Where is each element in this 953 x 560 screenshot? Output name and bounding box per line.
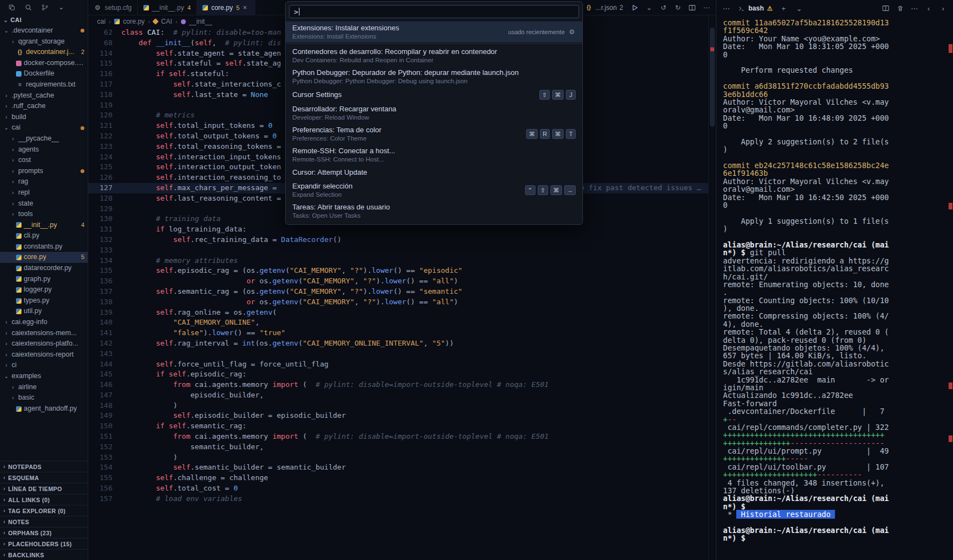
tree-item-core-py[interactable]: core.py5: [0, 252, 88, 263]
chevron-down-icon[interactable]: ⌄: [645, 4, 653, 12]
line-number[interactable]: 139: [88, 308, 121, 318]
tree-item-devcontainer[interactable]: ⌄.devcontainer: [0, 25, 88, 36]
tree-item-ci[interactable]: ›ci: [0, 360, 88, 371]
palette-item-4[interactable]: Cursor Settings⇧⌘J: [286, 87, 582, 103]
palette-item-2[interactable]: Contenedores de desarrollo: Recompilar y…: [286, 45, 582, 66]
nav-back-icon[interactable]: ↺: [660, 4, 667, 12]
line-number[interactable]: 144: [88, 359, 121, 370]
code-line-144[interactable]: 144 self.force_until_flag = force_until_…: [88, 359, 716, 370]
chevron-right-icon[interactable]: ›: [939, 4, 947, 13]
section-orphans-23[interactable]: ›ORPHANS (23): [0, 527, 88, 538]
close-icon[interactable]: ×: [243, 3, 249, 12]
section-esquema[interactable]: ›ESQUEMA: [0, 472, 88, 483]
code-line-138[interactable]: 138 or os.getenv("CAI_MEMORY", "?").lowe…: [88, 297, 716, 308]
tree-item-pycache[interactable]: ›__pycache__: [0, 133, 88, 144]
line-number[interactable]: 150: [88, 421, 121, 432]
line-number[interactable]: 116: [88, 69, 121, 79]
tree-item-requirements-txt[interactable]: ≡requirements.txt: [0, 79, 88, 90]
tree-item-prompts[interactable]: ›prompts: [0, 166, 88, 177]
tree-item-cai-egg-info[interactable]: ›cai.egg-info: [0, 317, 88, 328]
tree-item-airline[interactable]: ›airline: [0, 382, 88, 393]
line-number[interactable]: 146: [88, 380, 121, 390]
line-number[interactable]: 156: [88, 483, 121, 494]
code-line-146[interactable]: 146 from cai.agents.memory import ( # py…: [88, 380, 716, 390]
tab-core-py[interactable]: core.py5×: [197, 0, 255, 15]
palette-item-3[interactable]: Python Debugger: Depurador de Python: de…: [286, 66, 582, 87]
palette-item-6[interactable]: Preferencias: Tema de colorPreferences: …: [286, 123, 582, 144]
line-number[interactable]: 140: [88, 317, 121, 328]
tree-item-qgrant-storage[interactable]: ›qgrant_storage: [0, 36, 88, 47]
line-number[interactable]: 129: [88, 204, 121, 214]
line-number[interactable]: 137: [88, 287, 121, 297]
code-line-152[interactable]: 152 semantic_builder,: [88, 442, 716, 453]
section-tag-explorer-0[interactable]: ›TAG EXPLORER (0): [0, 505, 88, 516]
code-line-133[interactable]: 133: [88, 245, 716, 256]
line-number[interactable]: 130: [88, 214, 121, 224]
section-l-nea-de-tiempo[interactable]: ›LÍNEA DE TIEMPO: [0, 483, 88, 494]
split-icon[interactable]: [688, 4, 696, 12]
line-number[interactable]: 154: [88, 462, 121, 473]
palette-item-5[interactable]: Desarrollador: Recargar ventanaDeveloper…: [286, 103, 582, 123]
tree-item-rag[interactable]: ›rag: [0, 176, 88, 187]
scrollbar-thumb[interactable]: [710, 28, 715, 127]
tree-item-logger-py[interactable]: logger.py: [0, 284, 88, 295]
kill-terminal-icon[interactable]: [896, 4, 904, 13]
file-tree[interactable]: ⌄.devcontainer›qgrant_storage{}devcontai…: [0, 25, 88, 461]
tree-item-datarecorder-py[interactable]: datarecorder.py: [0, 263, 88, 274]
code-line-157[interactable]: 157 # load env variables: [88, 494, 716, 504]
code-line-150[interactable]: 150 if self.semantic_rag:: [88, 421, 716, 432]
tree-item-cost[interactable]: ›cost: [0, 155, 88, 166]
tree-item-agents[interactable]: ›agents: [0, 144, 88, 155]
search-icon[interactable]: [24, 3, 32, 11]
split-terminal-icon[interactable]: [881, 4, 890, 13]
line-number[interactable]: 119: [88, 100, 121, 111]
code-line-139[interactable]: 139 self.rag_online = os.getenv(: [88, 308, 716, 318]
code-line-149[interactable]: 149 self.episodic_builder = episodic_bui…: [88, 411, 716, 421]
line-number[interactable]: 128: [88, 193, 121, 204]
copy-icon[interactable]: [8, 3, 15, 11]
code-line-136[interactable]: 136 or os.getenv("CAI_MEMORY", "?").lowe…: [88, 276, 716, 287]
line-number[interactable]: 133: [88, 245, 121, 256]
gear-icon[interactable]: ⚙: [568, 28, 576, 36]
tree-item-devcontainer-j[interactable]: {}devcontainer.j...2: [0, 47, 88, 58]
tree-item-repl[interactable]: ›repl: [0, 187, 88, 198]
tab-r-json[interactable]: {}...r.json2: [581, 4, 628, 12]
tree-item-util-py[interactable]: util.py: [0, 306, 88, 317]
line-number[interactable]: 132: [88, 235, 121, 245]
line-number[interactable]: 155: [88, 473, 121, 483]
chevron-down-icon[interactable]: ⌄: [57, 3, 65, 11]
line-number[interactable]: 138: [88, 297, 121, 308]
line-number[interactable]: 115: [88, 58, 121, 69]
line-number[interactable]: 157: [88, 494, 121, 504]
line-number[interactable]: 152: [88, 442, 121, 453]
line-number[interactable]: 143: [88, 349, 121, 359]
section-notes[interactable]: ›NOTES: [0, 516, 88, 527]
tree-item-constants-py[interactable]: constants.py: [0, 241, 88, 252]
more-icon[interactable]: ⋯: [910, 4, 919, 13]
branch-icon[interactable]: [41, 3, 49, 11]
line-number[interactable]: 131: [88, 224, 121, 235]
tree-item-types-py[interactable]: types.py: [0, 295, 88, 306]
play-icon[interactable]: [631, 4, 639, 12]
line-number[interactable]: 148: [88, 401, 121, 411]
line-number[interactable]: 127: [88, 183, 121, 193]
section-all-links-0[interactable]: ›ALL LINKS (0): [0, 494, 88, 505]
code-line-154[interactable]: 154 self.semantic_builder = semantic_bui…: [88, 462, 716, 473]
code-line-132[interactable]: 132 self.rec_training_data = DataRecorde…: [88, 235, 716, 245]
code-line-137[interactable]: 137 self.semantic_rag = (os.getenv("CAI_…: [88, 287, 716, 297]
nav-forward-icon[interactable]: ↻: [674, 4, 682, 12]
tree-item-agent-handoff-py[interactable]: agent_handoff.py: [0, 403, 88, 414]
palette-item-8[interactable]: Cursor: Attempt Update: [286, 165, 582, 180]
terminal-tab-bash[interactable]: bash ⚠: [737, 4, 773, 12]
tree-item-examples[interactable]: ⌄examples: [0, 371, 88, 382]
line-number[interactable]: 120: [88, 110, 121, 121]
line-number[interactable]: 153: [88, 453, 121, 463]
line-number[interactable]: 134: [88, 256, 121, 266]
section-notepads[interactable]: ›NOTEPADS: [0, 461, 88, 472]
tree-item-init-py[interactable]: __init__.py4: [0, 220, 88, 231]
code-line-155[interactable]: 155 self.challenge = challenge: [88, 473, 716, 483]
line-number[interactable]: 122: [88, 131, 121, 142]
palette-item-9[interactable]: Expandir selecciónExpand Selection⌃⇧⌘→: [286, 180, 582, 201]
more-icon[interactable]: ⋯: [703, 4, 710, 12]
tree-item-pytest-cache[interactable]: ›.pytest_cache: [0, 90, 88, 101]
